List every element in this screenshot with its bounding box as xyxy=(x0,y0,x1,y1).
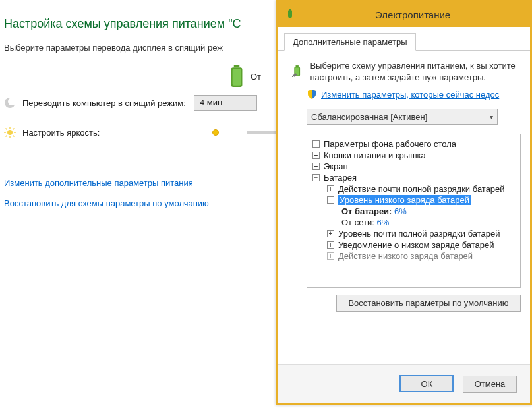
tab-strip: Дополнительные параметры xyxy=(278,32,530,51)
tree-node-critical-battery-level[interactable]: + Уровень почти полной разрядки батарей xyxy=(310,228,517,239)
sleep-timeout-select[interactable]: 4 мин xyxy=(194,95,257,111)
expand-icon[interactable]: + xyxy=(312,152,320,159)
dialog-body: Дополнительные параметры Выберите схему … xyxy=(278,27,530,364)
tree-node-low-battery-action[interactable]: + Действие низкого заряда батарей xyxy=(310,250,517,262)
svg-point-5 xyxy=(7,130,13,135)
restore-defaults-row: Восстановить параметры по умолчанию xyxy=(278,295,530,314)
tab-advanced-settings[interactable]: Дополнительные параметры xyxy=(284,33,416,51)
collapse-icon[interactable]: − xyxy=(327,196,334,204)
protected-settings-row: Изменить параметры, которые сейчас недос xyxy=(278,88,530,106)
expand-icon[interactable]: + xyxy=(312,163,320,170)
sleep-label: Переводить компьютер в спящий режим: xyxy=(22,98,194,108)
battery-plug-icon xyxy=(292,60,302,84)
expand-icon[interactable]: + xyxy=(327,252,334,260)
shield-icon xyxy=(307,89,317,100)
moon-icon xyxy=(4,97,16,109)
value-on-battery[interactable]: 6% xyxy=(394,206,407,216)
svg-rect-15 xyxy=(289,9,291,10)
svg-rect-0 xyxy=(234,65,239,67)
link-change-protected-settings[interactable]: Изменить параметры, которые сейчас недос xyxy=(321,90,499,100)
intro-text: Выберите схему управления питанием, к вы… xyxy=(310,60,521,83)
value-on-ac[interactable]: 6% xyxy=(376,218,389,227)
dialog-title: Электропитание xyxy=(375,9,450,20)
tree-leaf-on-ac[interactable]: От сети: 6% xyxy=(310,217,517,228)
svg-line-13 xyxy=(13,129,15,130)
intro-row: Выберите схему управления питанием, к вы… xyxy=(278,51,530,88)
tree-node-desktop-background[interactable]: + Параметры фона рабочего стола xyxy=(310,138,517,150)
svg-line-10 xyxy=(6,129,7,130)
cancel-button[interactable]: Отмена xyxy=(463,376,517,393)
tree-node-low-battery-level[interactable]: − Уровень низкого заряда батарей xyxy=(310,194,517,206)
svg-line-12 xyxy=(6,136,7,137)
tree-node-battery[interactable]: − Батарея xyxy=(310,172,517,183)
plan-select-row: Сбалансированная [Активен] ▾ xyxy=(278,106,530,130)
expand-icon[interactable]: + xyxy=(327,241,334,249)
dialog-titlebar[interactable]: Электропитание xyxy=(278,2,530,27)
sun-icon xyxy=(4,127,16,138)
column-label-battery: От xyxy=(251,72,261,82)
power-plan-select-value: Сбалансированная [Активен] xyxy=(311,112,427,122)
tree-leaf-on-battery[interactable]: От батареи: 6% xyxy=(310,206,517,217)
svg-rect-2 xyxy=(233,69,241,85)
svg-point-4 xyxy=(8,98,16,105)
brightness-min-icon xyxy=(212,129,219,136)
expand-icon[interactable]: + xyxy=(327,230,334,237)
svg-rect-14 xyxy=(288,10,292,18)
expand-icon[interactable]: + xyxy=(327,185,334,192)
tree-node-low-battery-notification[interactable]: + Уведомление о низком заряде батарей xyxy=(310,239,517,250)
dialog-button-row: ОК Отмена xyxy=(278,364,530,403)
power-plan-select[interactable]: Сбалансированная [Активен] ▾ xyxy=(307,109,498,125)
ok-button[interactable]: ОК xyxy=(399,375,454,392)
settings-tree[interactable]: + Параметры фона рабочего стола + Кнопки… xyxy=(307,134,521,288)
brightness-label: Настроить яркость: xyxy=(22,128,186,138)
power-options-dialog: Электропитание Дополнительные параметры … xyxy=(276,0,532,405)
restore-plan-defaults-button[interactable]: Восстановить параметры по умолчанию xyxy=(336,295,521,312)
svg-rect-16 xyxy=(295,65,298,67)
tree-node-power-buttons[interactable]: + Кнопки питания и крышка xyxy=(310,150,517,161)
tree-node-critical-battery-action[interactable]: + Действие почти полной разрядки батарей xyxy=(310,183,517,194)
chevron-down-icon: ▾ xyxy=(490,113,493,121)
battery-icon xyxy=(228,65,245,88)
expand-icon[interactable]: + xyxy=(312,140,320,148)
svg-line-11 xyxy=(13,136,15,137)
tree-node-screen[interactable]: + Экран xyxy=(310,161,517,172)
collapse-icon[interactable]: − xyxy=(312,174,320,181)
svg-line-19 xyxy=(292,75,293,76)
power-icon xyxy=(284,9,296,20)
